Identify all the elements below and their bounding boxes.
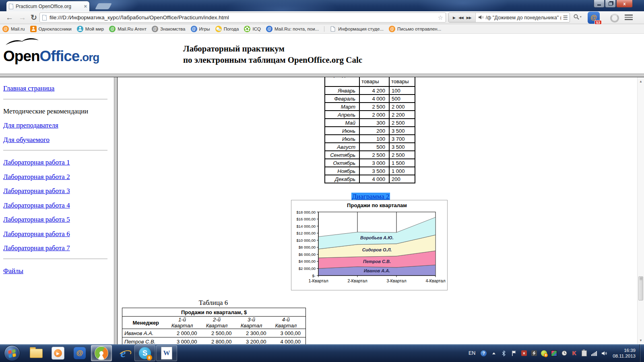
reload-button[interactable]: ↻ [31,12,37,23]
sidebar-link[interactable]: Файлы [3,267,108,275]
bookmark-item[interactable]: ICQ [244,26,260,32]
bookmark-item[interactable]: @Mail.Ru: почта, пои... [266,26,319,32]
diagram2-link[interactable]: Диаграмма 2 [351,193,390,201]
bookmark-item[interactable]: @Mail.Ru Агент [109,26,147,32]
bookmark-item[interactable]: Информация студе... [330,26,384,32]
clipboard-tray-icon[interactable] [581,350,588,357]
month-cell: Июнь [325,127,359,135]
summer-value-cell: 1 000 [389,167,415,175]
sidebar-text: Методические рекомендации [3,107,108,115]
cell: 3 000,00 [271,329,306,337]
month-cell: Июль [325,135,359,143]
browser-menu-icon[interactable] [625,14,633,21]
taskbar-app-explorer[interactable] [26,345,47,361]
month-cell: Декабрь [325,175,359,183]
taskbar-app-media-player[interactable]: ▶ [47,345,68,361]
flash-tray-icon[interactable] [530,350,537,357]
sidebar-link[interactable]: Для обучаемого [3,136,108,144]
minimize-button[interactable] [594,0,605,8]
expand-tray-icon[interactable] [490,350,497,357]
sidebar-link[interactable]: Лабораторная работа 7 [3,244,108,252]
taskbar-app-word[interactable]: W [156,345,177,361]
table-row: Декабрь4 000200 [325,175,415,183]
sidebar-link[interactable]: Лабораторная работа 4 [3,202,108,210]
bookmark-item[interactable]: Погода [215,26,239,32]
fast-forward-icon[interactable]: ▶▶ [466,16,471,20]
sidebar-link[interactable]: Лабораторная работа 3 [3,187,108,195]
at-favicon-icon: @ [2,26,9,32]
taskbar-app-mailru-agent[interactable]: @ [69,345,90,361]
bookmark-item[interactable]: Одноклассники [30,26,72,32]
table-row: Март2 5002 000 [325,103,415,111]
series-label: Сидоров О.Л. [362,247,392,252]
x-tick-label: 1-Квартал [308,278,328,283]
bookmark-item[interactable]: Мой мир [77,26,104,32]
explorer-icon [30,349,43,358]
bookmark-star-icon[interactable]: ☆ [438,14,443,21]
sun-favicon-icon [215,26,222,32]
sidebar-link[interactable]: Лабораторная работа 2 [3,173,108,181]
speaker-icon[interactable] [478,14,484,21]
bluetooth-tray-icon[interactable] [500,350,507,357]
sidebar-link[interactable]: Лабораторная работа 6 [3,230,108,238]
new-tab-button[interactable] [95,3,112,9]
bookmark-label: Погода [224,27,239,31]
error-tray-icon[interactable]: × [520,350,527,357]
forward-button[interactable]: → [19,12,26,23]
frame-border-vertical[interactable] [114,77,118,344]
mailru-extension-icon[interactable]: @ 53 [588,12,600,24]
taskbar-clock[interactable]: 16:39 08.11.2013 [613,348,636,359]
help-tray-icon[interactable]: ? [480,350,487,357]
flag-tray-icon[interactable] [510,350,517,357]
series-label: Иванов А.А. [364,268,390,273]
play-icon[interactable]: ▶ [453,16,455,20]
search-extension-button[interactable]: ▾ [573,14,582,20]
page-title-line2: по электронным таблицам OpenOffice.org C… [183,54,362,66]
track-title: /ф "Доживем до понедельника" (муз.К.Мол [486,15,561,21]
bookmark-label: Mail.ru [11,27,25,31]
url-text[interactable]: file:///D:/Информатика_курс/Лабработы/Op… [50,14,438,21]
bookmark-item[interactable]: @Игры [191,26,210,32]
disabled-extension-icon[interactable] [610,14,619,23]
back-button[interactable]: ← [6,12,13,23]
restore-button[interactable] [605,0,616,8]
show-desktop-button[interactable] [640,344,644,362]
bookmark-item[interactable]: @Письмо отправлен... [389,26,441,32]
sidebar-link[interactable]: Лабораторная работа 1 [3,158,108,167]
start-button[interactable] [4,345,20,361]
scroll-down-icon[interactable]: ▼ [638,337,644,343]
scheduler-tray-icon[interactable] [561,350,568,357]
bookmark-label: ICQ [252,27,260,31]
browser-tab[interactable]: Practicum OpenOffice.org × [6,1,89,11]
column-header: 2-й Квартал [202,317,237,329]
cell: 2 000,00 [167,329,202,337]
bookmark-label: Знакомства [160,27,186,31]
close-button[interactable]: x [616,0,633,8]
frame-border-horizontal[interactable] [0,74,644,77]
address-bar[interactable]: file:///D:/Информатика_курс/Лабработы/Op… [39,12,446,23]
network-tray-icon[interactable] [591,350,598,357]
scroll-up-icon[interactable]: ▲ [638,78,644,84]
sidebar-link[interactable]: Для преподавателя [3,121,108,130]
page-title: Лабораторный практикум по электронным та… [183,43,362,66]
taskbar-app-internet-explorer[interactable]: e [113,345,134,361]
taskbar-app-amigo-browser[interactable] [91,345,112,361]
tab-close-icon[interactable]: × [84,3,87,9]
y-tick-label: $16 000,00 [296,217,316,221]
kaspersky-tray-icon[interactable]: K [571,350,578,357]
sidebar-link[interactable]: Лабораторная работа 5 [3,216,108,224]
y-tick-label: $18 000,00 [296,210,316,214]
sidebar-link[interactable]: Главная страница [3,84,108,93]
player-menu-icon[interactable]: ☰ [561,14,570,21]
page-title-line1: Лабораторный практикум [183,43,362,54]
cube-tray-icon[interactable] [551,350,557,357]
taskbar-app-skype[interactable]: S8 [134,345,155,361]
bookmark-item[interactable]: @Mail.ru [2,26,25,32]
icq-tray-icon[interactable]: 8 [541,350,547,357]
vertical-scrollbar[interactable]: ▲ ▼ [637,77,644,344]
rewind-icon[interactable]: ◀◀ [458,16,463,20]
volume-tray-icon[interactable] [601,350,608,357]
scrollbar-thumb[interactable] [638,276,643,300]
bookmark-item[interactable]: @Знакомства [152,26,186,32]
language-indicator[interactable]: EN [469,350,475,356]
